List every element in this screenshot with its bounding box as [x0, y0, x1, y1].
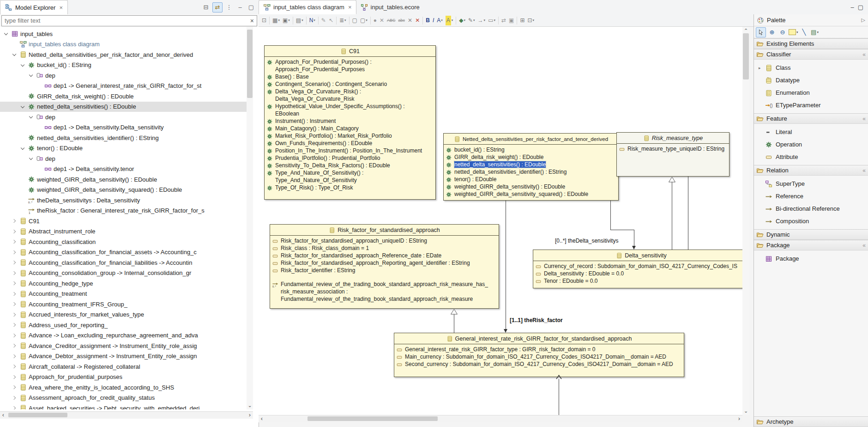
- expander-closed-icon[interactable]: [11, 280, 18, 287]
- member[interactable]: bucket_id() : EString: [446, 146, 616, 153]
- palette-drawer-classifier[interactable]: Classifier«: [754, 49, 868, 60]
- tree-item[interactable]: Accounting_hedge_type: [0, 278, 247, 289]
- edit-icon[interactable]: ✎: [320, 16, 327, 25]
- member[interactable]: Main_Catagory() : Main_Catagory: [266, 125, 434, 132]
- expander-closed-icon[interactable]: [11, 228, 18, 235]
- tree-item[interactable]: Accounting_classification: [0, 237, 247, 247]
- layout-icon[interactable]: ≣▾: [338, 16, 348, 25]
- member[interactable]: Approach_For_Prudential_Purposes() : App…: [266, 58, 434, 73]
- tree-item[interactable]: dep1 -> General_interest_rate_risk_GIRR_…: [0, 81, 247, 92]
- expander-closed-icon[interactable]: [11, 270, 18, 276]
- scroll-down-icon[interactable]: ⌄: [247, 403, 253, 409]
- palette-drawer-feature[interactable]: Feature«: [754, 113, 868, 124]
- clear-filter-icon[interactable]: ×: [250, 17, 254, 24]
- tree-item[interactable]: dep: [0, 153, 247, 164]
- tree-item[interactable]: C91: [0, 216, 247, 226]
- expander-closed-icon[interactable]: [11, 311, 18, 318]
- scroll-right-icon[interactable]: ›: [247, 412, 253, 418]
- tree-item[interactable]: Accounting_classification_for_financial_…: [0, 247, 247, 258]
- pin-element-icon[interactable]: ●: [372, 16, 378, 25]
- tree-vscroll-thumb[interactable]: [247, 30, 253, 98]
- copy-appearance-icon[interactable]: ▣: [507, 16, 515, 25]
- edge-segment[interactable]: [610, 201, 611, 230]
- edge-segment[interactable]: [506, 201, 506, 329]
- class-box-girr-factor[interactable]: General_interest_rate_risk_GIRR_factor_f…: [394, 333, 684, 377]
- zoom-in-tool[interactable]: ⊕: [767, 28, 777, 37]
- editor-tab[interactable]: input_tables.ecore: [356, 0, 424, 14]
- snap-grid-icon[interactable]: ⊞: [518, 16, 526, 25]
- tree-item[interactable]: dep: [0, 70, 247, 81]
- member[interactable]: Risk_factor_identifier : EString: [272, 267, 497, 274]
- tree-item[interactable]: dep1 -> Delta_sensitivity.Delta_sensitiv…: [0, 122, 247, 133]
- tree-item[interactable]: bucket_id() : EString: [0, 60, 247, 71]
- pin-drawer-icon[interactable]: «: [862, 242, 866, 249]
- expander-open-icon[interactable]: [28, 114, 34, 120]
- member[interactable]: Prudentia_lPortfolio() : Prudential_Port…: [266, 154, 434, 162]
- member[interactable]: Position_In_The_Instrument() : Position_…: [266, 147, 434, 154]
- tree-item[interactable]: netted_delta_sensitivities_identifier() …: [0, 133, 247, 143]
- tree-item[interactable]: Advance_Creditor_assignment -> Instrumen…: [0, 341, 247, 351]
- canvas-hscroll-thumb[interactable]: [307, 416, 438, 421]
- expander-open-icon[interactable]: [19, 104, 26, 110]
- fill-color-icon[interactable]: ◆▾: [458, 16, 467, 25]
- class-box-c91[interactable]: C91Approach_For_Prudential_Purposes() : …: [264, 45, 436, 200]
- tree-item[interactable]: Aircraft_collateral -> Registered_collat…: [0, 361, 247, 372]
- font-color-icon[interactable]: A▾: [435, 16, 444, 25]
- new-representation-menu-icon[interactable]: ▢▾: [359, 16, 369, 25]
- expander-closed-icon[interactable]: [11, 395, 18, 401]
- expander-open-icon[interactable]: [28, 72, 34, 79]
- palette-item-enumeration[interactable]: Enumeration: [757, 86, 868, 99]
- grid-options-icon[interactable]: ▤▾: [295, 16, 305, 25]
- palette-item-attribute[interactable]: Attribute: [757, 151, 868, 163]
- expander-closed-icon[interactable]: [11, 301, 18, 307]
- member[interactable]: weighted_GIRR_delta_sensitivity_squared(…: [446, 190, 616, 198]
- member[interactable]: Fundamental_review_of_the_trading_book_s…: [272, 281, 497, 303]
- palette-item-reference[interactable]: Reference: [757, 190, 868, 202]
- member[interactable]: tenor() : EDouble: [446, 176, 616, 183]
- tree-item[interactable]: dep1 -> Delta_sensitivity.tenor: [0, 164, 247, 175]
- class-box-delta-sensitivity[interactable]: Delta_sensitivityCurrency_of_record : Su…: [533, 250, 742, 288]
- expander-open-icon[interactable]: [19, 62, 26, 68]
- tree-item[interactable]: GIRR_delta_risk_weight() : EDouble: [0, 91, 247, 102]
- tree-item[interactable]: input_tables class diagram: [0, 39, 247, 50]
- palette-item-bi-directional-reference[interactable]: Bi-directional Reference: [757, 202, 868, 215]
- show-label-icon[interactable]: abc: [397, 16, 407, 25]
- arrow-type-icon[interactable]: →▾: [476, 16, 487, 25]
- canvas-vscroll-thumb[interactable]: [743, 33, 749, 79]
- line-tool[interactable]: ╲: [800, 28, 809, 37]
- member[interactable]: Delta_Vega_Or_Curvature_Risk() : Delta_V…: [266, 88, 434, 103]
- minimize-view-icon[interactable]: –: [235, 3, 245, 12]
- palette-drawer-dynamic[interactable]: Dynamic: [754, 229, 868, 240]
- select-mode-icon[interactable]: ⊡: [260, 16, 268, 25]
- tree-item[interactable]: Approach_for_prudential_purposes: [0, 372, 247, 383]
- tree-item[interactable]: theDelta_sensitivitys : Delta_sensitivit…: [0, 195, 247, 206]
- member[interactable]: Own_Funds_Requirements() : EDouble: [266, 140, 434, 147]
- delete-icon[interactable]: ✕: [406, 16, 414, 25]
- tree-item[interactable]: weighted_GIRR_delta_sensitivity_squared(…: [0, 185, 247, 195]
- representation-link-tool[interactable]: ▤▾: [810, 28, 820, 37]
- tree-item[interactable]: input_tables: [0, 29, 247, 39]
- tree-item[interactable]: Abstract_instrument_role: [0, 226, 247, 237]
- expander-closed-icon[interactable]: [11, 384, 18, 390]
- edge-segment[interactable]: [672, 182, 672, 250]
- expander-closed-icon[interactable]: [11, 342, 18, 349]
- font-icon[interactable]: N▾: [308, 16, 317, 25]
- class-box-netted[interactable]: Netted_delta_sensitivities_per_risk_fact…: [443, 133, 619, 201]
- edge-segment[interactable]: [559, 379, 559, 415]
- member[interactable]: GIRR_delta_risk_weight() : EDouble: [446, 153, 616, 161]
- palette-item-composition[interactable]: Composition: [757, 215, 868, 227]
- expander-closed-icon[interactable]: [11, 363, 18, 370]
- tree-item[interactable]: weighted_GIRR_delta_sensitivity() : EDou…: [0, 174, 247, 185]
- member[interactable]: Risk_factor_for_standardised_approach_un…: [272, 237, 497, 244]
- pin-drawer-icon[interactable]: «: [862, 167, 866, 174]
- editor-tab[interactable]: input_tables class diagram×: [259, 0, 356, 14]
- palette-drawer-archetype[interactable]: Archetype: [754, 416, 868, 427]
- expander-open-icon[interactable]: [11, 51, 18, 58]
- new-representation-icon[interactable]: ▢: [351, 16, 359, 25]
- export-image-icon[interactable]: ▣▾: [281, 16, 291, 25]
- palette-item-datatype[interactable]: Datatype: [757, 74, 868, 86]
- tree-item[interactable]: Advance -> Loan_excluding_repurchase_agr…: [0, 330, 247, 341]
- delete-from-model-icon[interactable]: ✕: [414, 16, 421, 25]
- member[interactable]: Contingent_Scenario() : Contingent_Scena…: [266, 80, 434, 88]
- line-style-icon[interactable]: ▭▾: [487, 16, 497, 25]
